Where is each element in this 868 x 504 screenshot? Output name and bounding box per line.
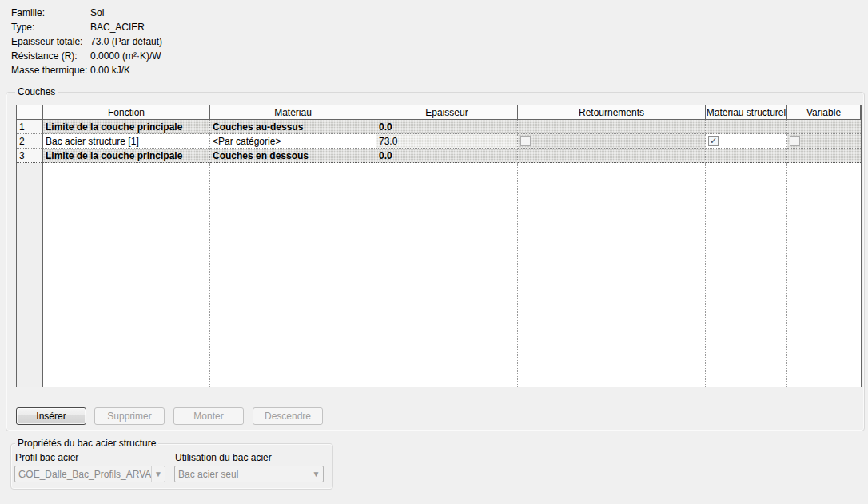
row3-fonction-cell[interactable]: Limite de la couche principale	[43, 149, 210, 163]
row2-variable-cell	[787, 134, 861, 149]
row2-materiau-cell[interactable]: <Par catégorie>	[210, 134, 376, 149]
famille-value: Sol	[90, 7, 104, 18]
masse-thermique-label: Masse thermique:	[11, 65, 90, 76]
filler-variable-cell	[787, 163, 861, 387]
header-materiau: Matériau	[210, 105, 376, 120]
row3-materiau-cell[interactable]: Couches en dessous	[210, 149, 376, 163]
profil-bac-acier-dropdown[interactable]: GOE_Dalle_Bac_Profils_ARVAL_Co ▼	[14, 466, 165, 482]
resistance-value: 0.0000 (m²·K)/W	[90, 50, 161, 62]
header-materiau-structurel: Matériau structurel	[706, 105, 787, 120]
header-retournements: Retournements	[518, 105, 706, 120]
info-row-type: Type: BAC_ACIER	[11, 20, 162, 34]
header-fonction: Fonction	[43, 105, 210, 120]
check-icon: ✓	[710, 137, 717, 145]
inserer-button[interactable]: Insérer	[16, 407, 86, 425]
chevron-down-icon: ▼	[309, 470, 323, 478]
filler-structurel-cell	[706, 163, 787, 387]
filler-epaisseur-cell	[376, 163, 518, 387]
info-row-masse-thermique: Masse thermique: 0.00 kJ/K	[11, 63, 162, 77]
info-row-epaisseur-totale: Epaisseur totale: 73.0 (Par défaut)	[11, 34, 162, 49]
row2-epaisseur-cell[interactable]: 73.0	[376, 134, 518, 149]
row2-retournements-cell	[518, 134, 706, 149]
row3-epaisseur-cell[interactable]: 0.0	[376, 149, 518, 163]
utilisation-bac-acier-label: Utilisation du bac acier	[175, 452, 272, 463]
epaisseur-totale-label: Epaisseur totale:	[11, 36, 90, 47]
filler-materiau-cell	[210, 163, 376, 387]
type-info-panel: Famille: Sol Type: BAC_ACIER Epaisseur t…	[11, 6, 162, 77]
row2-number[interactable]: 2	[17, 134, 43, 149]
monter-button[interactable]: Monter	[173, 407, 244, 425]
header-row-number	[17, 105, 43, 120]
row1-epaisseur-cell[interactable]: 0.0	[376, 120, 518, 134]
utilisation-dropdown-value: Bac acier seul	[175, 469, 309, 480]
filler-fonction-cell	[43, 163, 210, 387]
row2-structurel-cell: ✓	[706, 134, 787, 149]
header-variable: Variable	[787, 105, 861, 120]
row1-structurel-cell[interactable]	[706, 120, 787, 134]
utilisation-bac-acier-dropdown[interactable]: Bac acier seul ▼	[174, 466, 324, 482]
row3-structurel-cell[interactable]	[706, 149, 787, 163]
layers-table: Fonction Matériau Epaisseur Retournement…	[16, 105, 862, 387]
row1-number[interactable]: 1	[17, 120, 43, 134]
row1-materiau-cell[interactable]: Couches au-dessus	[210, 120, 376, 134]
variable-checkbox-unchecked[interactable]	[790, 136, 800, 146]
materiau-structurel-checkbox-checked[interactable]: ✓	[708, 136, 719, 146]
row2-fonction-cell[interactable]: Bac acier structure [1]	[43, 134, 210, 149]
proprietes-legend: Propriétés du bac acier structure	[15, 438, 158, 449]
masse-thermique-value: 0.00 kJ/K	[90, 65, 130, 76]
filler-retournements-cell	[518, 163, 706, 387]
header-epaisseur: Epaisseur	[376, 105, 518, 120]
couches-legend: Couches	[15, 86, 58, 97]
filler-number-cell	[17, 163, 43, 387]
info-row-famille: Famille: Sol	[11, 6, 162, 20]
row3-retournements-cell[interactable]	[518, 149, 706, 163]
type-label: Type:	[11, 22, 90, 33]
row1-variable-cell[interactable]	[787, 120, 861, 134]
supprimer-button[interactable]: Supprimer	[94, 407, 165, 425]
chevron-down-icon: ▼	[151, 466, 165, 482]
descendre-button[interactable]: Descendre	[253, 407, 323, 425]
row3-variable-cell[interactable]	[787, 149, 861, 163]
famille-label: Famille:	[11, 7, 90, 18]
resistance-label: Résistance (R):	[11, 50, 90, 62]
profil-bac-acier-label: Profil bac acier	[15, 452, 78, 463]
row3-number[interactable]: 3	[17, 149, 43, 163]
profil-dropdown-value: GOE_Dalle_Bac_Profils_ARVAL_Co	[15, 469, 151, 480]
retournements-checkbox-unchecked[interactable]	[520, 136, 531, 146]
type-value: BAC_ACIER	[90, 22, 145, 33]
info-row-resistance: Résistance (R): 0.0000 (m²·K)/W	[11, 49, 162, 63]
row1-fonction-cell[interactable]: Limite de la couche principale	[43, 120, 210, 134]
row1-retournements-cell[interactable]	[518, 120, 706, 134]
epaisseur-totale-value: 73.0 (Par défaut)	[90, 36, 162, 47]
